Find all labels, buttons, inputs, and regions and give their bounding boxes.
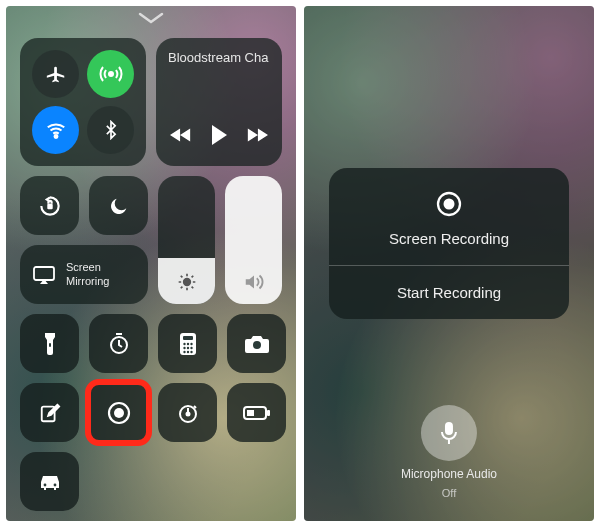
svg-rect-2 — [47, 203, 52, 208]
svg-rect-26 — [247, 410, 254, 416]
orientation-lock-toggle[interactable] — [20, 176, 79, 235]
control-center-panel: Bloodstream Cha — [6, 6, 296, 521]
svg-point-23 — [186, 412, 189, 415]
airplane-mode-toggle[interactable] — [32, 50, 79, 98]
svg-point-14 — [190, 346, 192, 348]
screen-mirroring-button[interactable]: Screen Mirroring — [20, 245, 148, 304]
calculator-icon — [179, 332, 197, 356]
microphone-state: Off — [442, 487, 456, 499]
wifi-toggle[interactable] — [32, 106, 79, 154]
svg-point-28 — [53, 483, 56, 486]
timer-icon — [107, 332, 131, 356]
start-recording-button[interactable]: Start Recording — [329, 266, 569, 319]
stopwatch-icon — [176, 401, 200, 425]
volume-slider[interactable] — [225, 176, 282, 304]
svg-rect-8 — [183, 336, 193, 340]
svg-point-21 — [114, 408, 124, 418]
compose-icon — [39, 402, 61, 424]
svg-point-11 — [190, 342, 192, 344]
cellular-data-toggle[interactable] — [87, 50, 134, 98]
svg-point-17 — [190, 350, 192, 352]
car-icon — [37, 473, 63, 491]
bluetooth-icon — [101, 120, 121, 140]
screen-record-icon — [435, 190, 463, 218]
airplay-icon — [32, 265, 56, 285]
do-not-disturb-toggle[interactable] — [89, 176, 148, 235]
bluetooth-toggle[interactable] — [87, 106, 134, 154]
microphone-label: Microphone Audio — [401, 467, 497, 481]
brightness-slider[interactable] — [158, 176, 215, 304]
svg-point-0 — [109, 72, 113, 76]
svg-point-30 — [444, 199, 455, 210]
notes-button[interactable] — [20, 383, 79, 442]
svg-point-1 — [54, 135, 57, 138]
svg-point-16 — [186, 350, 188, 352]
moon-icon — [108, 195, 130, 217]
now-playing-card[interactable]: Bloodstream Cha — [156, 38, 282, 166]
screen-record-icon — [106, 400, 132, 426]
wifi-icon — [45, 119, 67, 141]
svg-rect-25 — [267, 410, 270, 416]
svg-rect-5 — [49, 343, 51, 347]
low-power-button[interactable] — [227, 383, 286, 442]
svg-point-4 — [183, 279, 190, 286]
svg-point-10 — [186, 342, 188, 344]
stopwatch-button[interactable] — [158, 383, 217, 442]
now-playing-title: Bloodstream Cha — [168, 50, 270, 65]
rewind-icon[interactable] — [170, 126, 192, 144]
screen-recording-panel: Screen Recording Start Recording Microph… — [304, 6, 594, 521]
driving-mode-button[interactable] — [20, 452, 79, 511]
volume-icon — [243, 272, 265, 292]
svg-point-15 — [183, 350, 185, 352]
brightness-icon — [177, 272, 197, 292]
svg-point-18 — [253, 341, 261, 349]
svg-rect-31 — [445, 422, 453, 435]
screen-recording-title: Screen Recording — [389, 230, 509, 247]
svg-point-9 — [183, 342, 185, 344]
flashlight-icon — [42, 331, 58, 357]
camera-icon — [244, 334, 270, 354]
svg-point-12 — [183, 346, 185, 348]
svg-rect-3 — [34, 267, 54, 280]
flashlight-button[interactable] — [20, 314, 79, 373]
cellular-icon — [99, 62, 123, 86]
timer-button[interactable] — [89, 314, 148, 373]
orientation-lock-icon — [37, 193, 63, 219]
airplane-icon — [45, 63, 67, 85]
forward-icon[interactable] — [246, 126, 268, 144]
svg-point-13 — [186, 346, 188, 348]
calculator-button[interactable] — [158, 314, 217, 373]
play-icon[interactable] — [210, 124, 228, 146]
connectivity-card[interactable] — [20, 38, 146, 166]
microphone-icon — [439, 420, 459, 446]
screen-mirroring-label: Screen Mirroring — [66, 261, 109, 289]
svg-point-27 — [43, 483, 46, 486]
camera-button[interactable] — [227, 314, 286, 373]
screen-record-button[interactable] — [89, 383, 148, 442]
screen-recording-sheet: Screen Recording Start Recording — [329, 168, 569, 319]
microphone-toggle[interactable] — [421, 405, 477, 461]
low-power-icon — [243, 405, 271, 421]
